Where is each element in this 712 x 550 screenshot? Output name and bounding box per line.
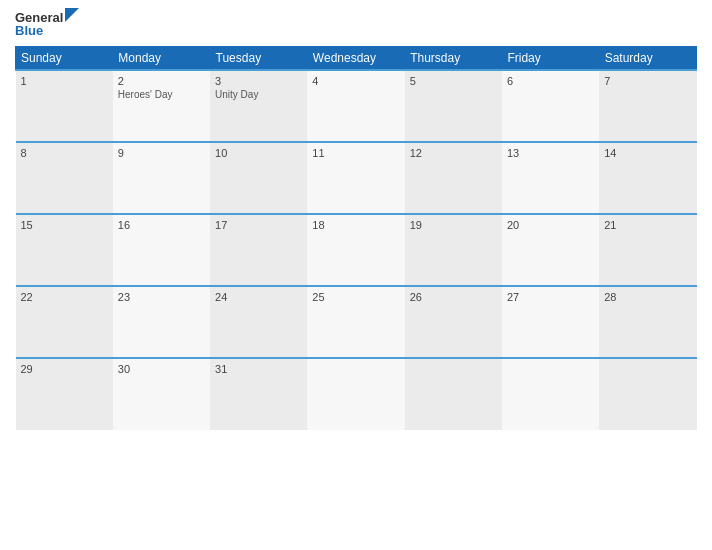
day-number: 28: [604, 291, 691, 303]
weekday-header-cell: Wednesday: [307, 47, 404, 71]
calendar-day-cell: 6: [502, 70, 599, 142]
day-number: 25: [312, 291, 399, 303]
day-number: 2: [118, 75, 205, 87]
day-number: 30: [118, 363, 205, 375]
calendar-body: 12Heroes' Day3Unity Day45678910111213141…: [16, 70, 697, 430]
day-number: 13: [507, 147, 594, 159]
day-number: 18: [312, 219, 399, 231]
calendar-day-cell: 31: [210, 358, 307, 430]
calendar-day-cell: 19: [405, 214, 502, 286]
day-number: 1: [21, 75, 108, 87]
calendar-day-cell: 16: [113, 214, 210, 286]
day-number: 31: [215, 363, 302, 375]
calendar-day-cell: 21: [599, 214, 696, 286]
day-number: 27: [507, 291, 594, 303]
calendar-day-cell: 20: [502, 214, 599, 286]
calendar-day-cell: 28: [599, 286, 696, 358]
day-number: 19: [410, 219, 497, 231]
day-number: 22: [21, 291, 108, 303]
calendar-day-cell: 29: [16, 358, 113, 430]
weekday-header-cell: Monday: [113, 47, 210, 71]
calendar-week-row: 891011121314: [16, 142, 697, 214]
weekday-header-row: SundayMondayTuesdayWednesdayThursdayFrid…: [16, 47, 697, 71]
day-number: 5: [410, 75, 497, 87]
calendar-day-cell: 9: [113, 142, 210, 214]
day-number: 16: [118, 219, 205, 231]
calendar-day-cell: 1: [16, 70, 113, 142]
day-number: 4: [312, 75, 399, 87]
day-number: 9: [118, 147, 205, 159]
day-event: Unity Day: [215, 89, 302, 100]
weekday-header-cell: Saturday: [599, 47, 696, 71]
day-number: 6: [507, 75, 594, 87]
day-number: 20: [507, 219, 594, 231]
logo-triangle-icon: [65, 8, 79, 22]
calendar-day-cell: 2Heroes' Day: [113, 70, 210, 142]
weekday-header-cell: Tuesday: [210, 47, 307, 71]
day-number: 14: [604, 147, 691, 159]
calendar-day-cell: 4: [307, 70, 404, 142]
day-event: Heroes' Day: [118, 89, 205, 100]
calendar-day-cell: [405, 358, 502, 430]
calendar-day-cell: 27: [502, 286, 599, 358]
day-number: 15: [21, 219, 108, 231]
day-number: 29: [21, 363, 108, 375]
calendar-day-cell: 8: [16, 142, 113, 214]
calendar-day-cell: 18: [307, 214, 404, 286]
calendar-day-cell: 11: [307, 142, 404, 214]
calendar-day-cell: 26: [405, 286, 502, 358]
day-number: 17: [215, 219, 302, 231]
calendar-week-row: 22232425262728: [16, 286, 697, 358]
calendar-day-cell: 14: [599, 142, 696, 214]
calendar-day-cell: 10: [210, 142, 307, 214]
calendar-day-cell: 25: [307, 286, 404, 358]
day-number: 10: [215, 147, 302, 159]
weekday-header-cell: Friday: [502, 47, 599, 71]
calendar-day-cell: 23: [113, 286, 210, 358]
calendar-day-cell: 17: [210, 214, 307, 286]
calendar-day-cell: 22: [16, 286, 113, 358]
calendar-day-cell: 30: [113, 358, 210, 430]
day-number: 26: [410, 291, 497, 303]
calendar-day-cell: [307, 358, 404, 430]
day-number: 21: [604, 219, 691, 231]
day-number: 12: [410, 147, 497, 159]
calendar-day-cell: [599, 358, 696, 430]
logo-blue-text: Blue: [15, 23, 43, 38]
calendar-day-cell: 24: [210, 286, 307, 358]
weekday-header-cell: Thursday: [405, 47, 502, 71]
calendar-week-row: 15161718192021: [16, 214, 697, 286]
calendar-day-cell: [502, 358, 599, 430]
calendar-day-cell: 3Unity Day: [210, 70, 307, 142]
calendar-table: SundayMondayTuesdayWednesdayThursdayFrid…: [15, 46, 697, 430]
day-number: 24: [215, 291, 302, 303]
calendar-day-cell: 13: [502, 142, 599, 214]
svg-marker-0: [65, 8, 79, 22]
header: General Blue: [15, 10, 697, 38]
day-number: 7: [604, 75, 691, 87]
calendar-week-row: 293031: [16, 358, 697, 430]
calendar-day-cell: 5: [405, 70, 502, 142]
day-number: 3: [215, 75, 302, 87]
weekday-header-cell: Sunday: [16, 47, 113, 71]
calendar-week-row: 12Heroes' Day3Unity Day4567: [16, 70, 697, 142]
calendar-day-cell: 15: [16, 214, 113, 286]
calendar-day-cell: 7: [599, 70, 696, 142]
day-number: 8: [21, 147, 108, 159]
page: General Blue SundayMondayTuesdayWednesda…: [0, 0, 712, 550]
day-number: 11: [312, 147, 399, 159]
calendar-header: SundayMondayTuesdayWednesdayThursdayFrid…: [16, 47, 697, 71]
day-number: 23: [118, 291, 205, 303]
calendar-day-cell: 12: [405, 142, 502, 214]
logo: General Blue: [15, 10, 79, 38]
